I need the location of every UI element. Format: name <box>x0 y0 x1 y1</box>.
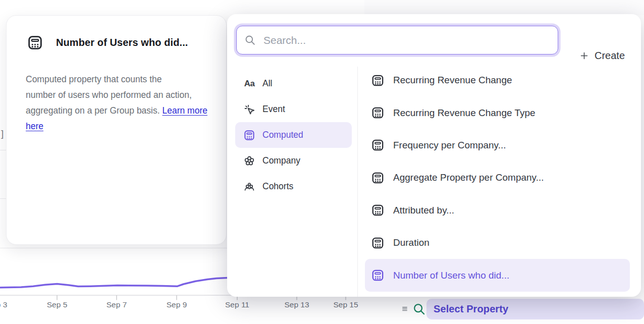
category-event[interactable]: Event <box>235 96 352 122</box>
x-tick-label: Sep 9 <box>167 300 187 309</box>
text-aa-icon: Aa <box>243 79 255 89</box>
x-tick-label: Sep 13 <box>284 300 309 309</box>
calculator-icon <box>371 171 385 185</box>
property-row[interactable]: Frequency per Company... <box>365 129 630 161</box>
x-tick-label: Sep 7 <box>106 300 127 309</box>
tooltip-description: Computed property that counts thenumber … <box>26 72 208 134</box>
calculator-icon <box>27 34 43 51</box>
bg-divider <box>0 198 6 199</box>
category-computed[interactable]: Computed <box>235 122 352 148</box>
calculator-icon <box>371 203 385 217</box>
drag-handle-icon[interactable] <box>400 304 410 314</box>
x-tick-label: Sep 15 <box>333 300 358 309</box>
category-company[interactable]: Company <box>235 148 352 174</box>
company-icon <box>243 155 255 167</box>
property-row[interactable]: Attributed by... <box>365 194 630 227</box>
search-input[interactable] <box>262 34 550 47</box>
search-icon <box>244 34 256 46</box>
select-property-label: Select Property <box>434 303 508 315</box>
category-cohorts[interactable]: Cohorts <box>235 174 352 199</box>
clipped-text-fragment: ] <box>1 128 4 139</box>
screen: ] Sep 3Sep 5Sep 7Sep 9Sep 11Sep 13Sep 15… <box>0 0 644 324</box>
calculator-icon <box>371 74 385 87</box>
select-property-field[interactable]: Select Property <box>426 299 644 319</box>
plus-icon <box>579 51 589 61</box>
calculator-icon <box>371 106 385 120</box>
x-axis-labels: Sep 3Sep 5Sep 7Sep 9Sep 11Sep 13Sep 15 <box>0 300 389 312</box>
cohorts-icon <box>243 181 255 193</box>
create-button[interactable]: Create <box>579 46 625 65</box>
x-tick-label: Sep 3 <box>0 300 7 309</box>
calculator-icon <box>371 268 385 282</box>
calculator-icon <box>371 138 385 152</box>
property-tooltip-card: Number of Users who did... Computed prop… <box>6 15 227 245</box>
panel-divider <box>357 67 358 297</box>
category-list: Aa All Event Computed Company Cohorts <box>235 71 352 199</box>
tooltip-header: Number of Users who did... <box>27 34 188 51</box>
search-box <box>236 26 558 55</box>
property-picker-panel: Create Aa All Event Computed Company Coh… <box>227 14 641 297</box>
property-row-selected[interactable]: Number of Users who did... <box>365 259 630 291</box>
cursor-click-icon <box>243 103 255 116</box>
property-row[interactable]: Duration <box>365 227 630 259</box>
property-row[interactable]: Recurring Revenue Change <box>365 64 630 96</box>
property-row[interactable]: Aggregate Property per Company... <box>365 161 630 194</box>
search-icon[interactable] <box>412 302 426 316</box>
bg-divider <box>0 150 6 150</box>
chart-type-tabbar <box>364 0 644 15</box>
calculator-icon <box>243 129 255 141</box>
property-list: Recurring Revenue Change Recurring Reven… <box>365 64 630 292</box>
x-tick-label: Sep 5 <box>47 300 68 309</box>
calculator-icon <box>371 236 385 250</box>
category-all[interactable]: Aa All <box>235 71 352 96</box>
property-row[interactable]: Recurring Revenue Change Type <box>365 96 630 129</box>
tooltip-title: Number of Users who did... <box>56 37 188 48</box>
x-tick-label: Sep 11 <box>225 300 249 309</box>
